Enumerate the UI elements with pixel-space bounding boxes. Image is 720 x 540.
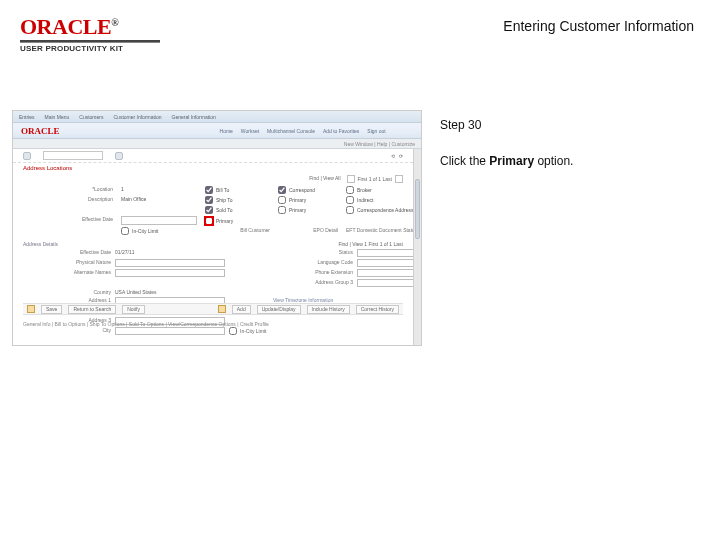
d-phone-input[interactable] — [357, 269, 413, 277]
menu-signout[interactable]: Sign out — [367, 128, 385, 134]
step-label: Step 30 — [440, 118, 704, 132]
primary2-checkbox[interactable]: Primary — [278, 196, 338, 204]
app-screenshot: Entries Main Menu Customers Customer Inf… — [12, 110, 422, 346]
d-addr3-input[interactable] — [357, 279, 413, 287]
description-label: Description — [23, 196, 113, 204]
search-input[interactable] — [43, 151, 103, 160]
primary3-checkbox[interactable]: Primary — [278, 206, 338, 214]
history-button[interactable]: Include History — [307, 305, 350, 314]
save-icon[interactable] — [27, 305, 35, 313]
brand-subtitle: USER PRODUCTIVITY KIT — [20, 44, 700, 53]
action-bar: Save Return to Search Notify Add Update/… — [23, 303, 403, 315]
pager-text[interactable]: Find | View All — [309, 175, 340, 183]
add-icon[interactable] — [218, 305, 226, 313]
app-toolbar: ⟲ ⟳ — [13, 149, 413, 163]
d-physical-select[interactable] — [115, 259, 225, 267]
location-label: *Location — [23, 186, 113, 194]
step-instruction: Click the Primary option. — [440, 154, 704, 168]
incity-checkbox[interactable]: In-City Limit — [121, 227, 197, 235]
d-lang-select[interactable] — [357, 259, 413, 267]
crumb[interactable]: Customer Information — [113, 114, 161, 120]
d-country-label: Country — [23, 289, 111, 295]
update-button[interactable]: Update/Display — [257, 305, 301, 314]
correct-button[interactable]: Correct History — [356, 305, 399, 314]
d-country-value: USA United States — [115, 289, 413, 295]
toolbar-icon[interactable] — [23, 152, 31, 160]
notify-button[interactable]: Notify — [122, 305, 145, 314]
breadcrumb-bar: Entries Main Menu Customers Customer Inf… — [13, 111, 421, 123]
crumb[interactable]: General Information — [172, 114, 216, 120]
instruction-bold: Primary — [489, 154, 534, 168]
d-city-label: City — [23, 327, 111, 335]
effdate-select[interactable] — [121, 216, 197, 225]
d-status-select[interactable] — [357, 249, 413, 257]
epo-label: EPO Detail — [278, 227, 338, 235]
eft-label: EFT Domestic Document Status — [346, 227, 406, 235]
details-pager[interactable]: Find | View 1 First 1 of 1 Last — [338, 241, 403, 247]
location-value: 1 — [121, 186, 197, 194]
d-addr3-label: Address Group 3 — [273, 279, 353, 287]
brand-divider — [20, 40, 160, 43]
pager-last-icon[interactable] — [395, 175, 403, 183]
lookup-icon[interactable] — [115, 152, 123, 160]
footer-links[interactable]: General Info | Bill to Options | Ship To… — [23, 321, 403, 327]
instruction-suffix: option. — [534, 154, 573, 168]
d-effdate-value: 01/27/11 — [115, 249, 225, 257]
primary-checkbox-highlighted[interactable]: Primary — [205, 216, 270, 225]
menu-console[interactable]: Multichannel Console — [267, 128, 315, 134]
menu-workset[interactable]: Workset — [241, 128, 259, 134]
d-status-label: Status — [273, 249, 353, 257]
crumb[interactable]: Entries — [19, 114, 35, 120]
registered-mark: ® — [111, 17, 118, 28]
instruction-prefix: Click the — [440, 154, 489, 168]
d-lang-label: Language Code — [273, 259, 353, 267]
d-incity-checkbox[interactable]: In-City Limit — [229, 327, 269, 335]
menu-home[interactable]: Home — [220, 128, 233, 134]
d-altnames-input[interactable] — [115, 269, 225, 277]
add-button[interactable]: Add — [232, 305, 251, 314]
d-city-input[interactable] — [115, 327, 225, 335]
save-button[interactable]: Save — [41, 305, 62, 314]
sold-to-checkbox[interactable]: Sold To — [205, 206, 270, 214]
pager-first-icon[interactable] — [347, 175, 355, 183]
d-phone-label: Phone Extension — [273, 269, 353, 277]
crumb[interactable]: Customers — [79, 114, 103, 120]
bill-cust-label: Bill Customer — [205, 227, 270, 235]
correspond-checkbox[interactable]: Correspond — [278, 186, 338, 194]
app-brand-bar: ORACLE Home Workset Multichannel Console… — [13, 123, 421, 139]
brand-text: ORACLE — [20, 14, 111, 39]
vertical-scrollbar[interactable] — [413, 149, 421, 345]
section-title: Address Locations — [13, 163, 413, 173]
details-header: Address Details — [23, 241, 58, 247]
d-altnames-label: Alternate Names — [23, 269, 111, 277]
app-global-menu: Home Workset Multichannel Console Add to… — [220, 128, 386, 134]
d-effdate-label: Effective Date — [23, 249, 111, 257]
pager-range: First 1 of 1 Last — [358, 176, 392, 182]
subheader-right[interactable]: New Window | Help | Customize — [344, 141, 415, 147]
d-physical-label: Physical Nature — [23, 259, 111, 267]
effdate-label: Effective Date — [23, 216, 113, 225]
menu-favorites[interactable]: Add to Favorites — [323, 128, 359, 134]
crumb[interactable]: Main Menu — [45, 114, 70, 120]
broker-checkbox[interactable]: Broker — [346, 186, 406, 194]
app-subheader: New Window | Help | Customize — [13, 139, 421, 149]
corr-addr-checkbox[interactable]: Correspondence Address — [346, 206, 406, 214]
ship-to-checkbox[interactable]: Ship To — [205, 196, 270, 204]
return-button[interactable]: Return to Search — [68, 305, 116, 314]
page-title: Entering Customer Information — [503, 18, 694, 34]
scrollbar-thumb[interactable] — [415, 179, 420, 239]
app-oracle-logo: ORACLE — [21, 126, 60, 136]
pager-controls[interactable]: First 1 of 1 Last — [347, 175, 403, 183]
description-value: Main Office — [121, 196, 197, 204]
indirect-checkbox[interactable]: Indirect — [346, 196, 406, 204]
bill-to-checkbox[interactable]: Bill To — [205, 186, 270, 194]
